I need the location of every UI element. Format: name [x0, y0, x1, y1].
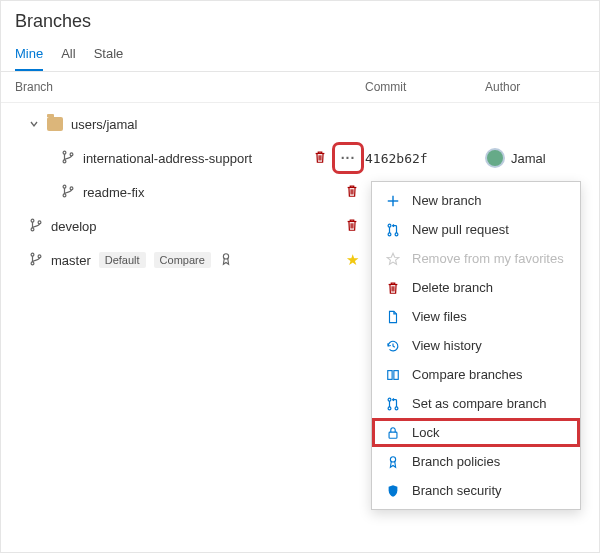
branch-icon — [29, 218, 43, 235]
plus-icon — [384, 194, 402, 208]
svg-point-10 — [31, 261, 34, 264]
star-icon — [384, 252, 402, 266]
folder-name: users/jamal — [71, 117, 137, 132]
svg-point-20 — [395, 406, 398, 409]
default-badge: Default — [99, 252, 146, 268]
delete-branch-icon[interactable] — [313, 150, 327, 167]
menu-label: View history — [412, 338, 482, 353]
folder-row[interactable]: users/jamal — [1, 107, 599, 141]
menu-label: Compare branches — [412, 367, 523, 382]
delete-branch-icon[interactable] — [345, 218, 359, 235]
history-icon — [384, 339, 402, 353]
pull-request-icon — [384, 397, 402, 411]
branch-icon — [29, 252, 43, 269]
delete-branch-icon[interactable] — [345, 184, 359, 201]
svg-point-22 — [390, 456, 395, 461]
branch-context-menu: New branch New pull request Remove from … — [371, 181, 581, 510]
shield-icon — [384, 484, 402, 498]
folder-icon — [47, 117, 63, 131]
svg-point-7 — [31, 227, 34, 230]
svg-point-15 — [395, 232, 398, 235]
svg-point-18 — [388, 398, 391, 401]
commit-hash[interactable]: 4162b62f — [365, 151, 428, 166]
menu-view-history[interactable]: View history — [372, 331, 580, 360]
menu-view-files[interactable]: View files — [372, 302, 580, 331]
author-name: Jamal — [511, 151, 546, 166]
svg-point-13 — [388, 224, 391, 227]
svg-point-12 — [223, 253, 228, 258]
menu-new-branch[interactable]: New branch — [372, 186, 580, 215]
svg-point-11 — [38, 254, 41, 257]
svg-point-3 — [63, 185, 66, 188]
ribbon-icon — [384, 455, 402, 469]
more-actions-button[interactable]: ··· — [337, 147, 359, 169]
menu-delete-branch[interactable]: Delete branch — [372, 273, 580, 302]
svg-rect-17 — [394, 370, 398, 379]
column-author[interactable]: Author — [485, 80, 585, 94]
svg-point-9 — [31, 253, 34, 256]
svg-point-5 — [70, 186, 73, 189]
menu-set-compare-branch[interactable]: Set as compare branch — [372, 389, 580, 418]
menu-new-pull-request[interactable]: New pull request — [372, 215, 580, 244]
svg-point-4 — [63, 193, 66, 196]
avatar[interactable] — [485, 148, 505, 168]
menu-lock[interactable]: Lock — [372, 418, 580, 447]
branch-name: master — [51, 253, 91, 268]
tab-mine[interactable]: Mine — [15, 42, 43, 71]
svg-point-0 — [63, 151, 66, 154]
compare-icon — [384, 368, 402, 382]
menu-label: New branch — [412, 193, 481, 208]
svg-point-1 — [63, 159, 66, 162]
branch-name: develop — [51, 219, 97, 234]
column-commit[interactable]: Commit — [365, 80, 485, 94]
menu-remove-favorite: Remove from my favorites — [372, 244, 580, 273]
ribbon-icon — [219, 252, 233, 269]
svg-rect-16 — [388, 370, 392, 379]
chevron-down-icon[interactable] — [29, 120, 39, 128]
menu-label: Set as compare branch — [412, 396, 546, 411]
branch-name: readme-fix — [83, 185, 144, 200]
branch-icon — [61, 150, 75, 167]
menu-compare-branches[interactable]: Compare branches — [372, 360, 580, 389]
branch-row[interactable]: international-address-support ··· 4162b6… — [1, 141, 599, 175]
menu-label: Lock — [412, 425, 439, 440]
menu-branch-policies[interactable]: Branch policies — [372, 447, 580, 476]
favorite-star-icon[interactable]: ★ — [346, 251, 359, 269]
lock-icon — [384, 426, 402, 440]
svg-point-6 — [31, 219, 34, 222]
svg-point-8 — [38, 220, 41, 223]
menu-label: Branch policies — [412, 454, 500, 469]
menu-label: Remove from my favorites — [412, 251, 564, 266]
pull-request-icon — [384, 223, 402, 237]
branch-icon — [61, 184, 75, 201]
column-branch[interactable]: Branch — [15, 80, 365, 94]
tab-all[interactable]: All — [61, 42, 75, 71]
menu-branch-security[interactable]: Branch security — [372, 476, 580, 505]
svg-point-19 — [388, 406, 391, 409]
branches-page: Branches Mine All Stale Branch Commit Au… — [0, 0, 600, 553]
menu-label: View files — [412, 309, 467, 324]
file-icon — [384, 310, 402, 324]
menu-label: Delete branch — [412, 280, 493, 295]
compare-badge: Compare — [154, 252, 211, 268]
trash-icon — [384, 281, 402, 295]
page-title: Branches — [1, 1, 599, 36]
menu-label: New pull request — [412, 222, 509, 237]
svg-rect-21 — [389, 432, 397, 438]
svg-point-14 — [388, 232, 391, 235]
menu-label: Branch security — [412, 483, 502, 498]
branch-name: international-address-support — [83, 151, 252, 166]
tab-stale[interactable]: Stale — [94, 42, 124, 71]
column-header-row: Branch Commit Author — [1, 72, 599, 103]
tabs: Mine All Stale — [1, 36, 599, 72]
svg-point-2 — [70, 152, 73, 155]
